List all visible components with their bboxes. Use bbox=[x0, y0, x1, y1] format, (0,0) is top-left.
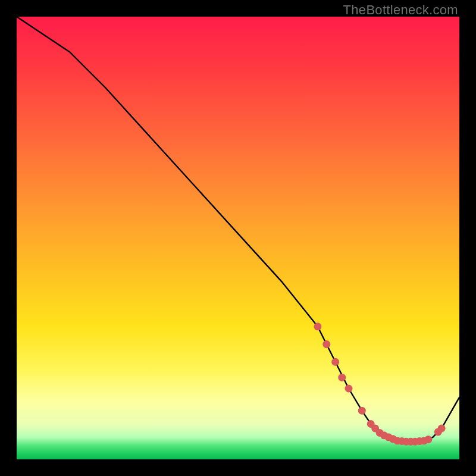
highlight-dot bbox=[331, 358, 339, 366]
highlight-dot bbox=[424, 436, 432, 443]
highlight-dot bbox=[438, 424, 446, 432]
chart-frame: TheBottleneck.com bbox=[0, 0, 476, 476]
highlight-dot bbox=[314, 322, 321, 330]
highlight-dot bbox=[345, 385, 353, 393]
highlight-dot bbox=[322, 340, 330, 348]
highlight-dot bbox=[358, 407, 366, 415]
highlight-dot bbox=[338, 374, 346, 381]
watermark-text: TheBottleneck.com bbox=[343, 2, 458, 18]
plot-area bbox=[17, 17, 459, 459]
chart-svg bbox=[17, 17, 459, 459]
bottleneck-curve bbox=[17, 17, 459, 441]
highlight-dots-group bbox=[314, 322, 445, 445]
